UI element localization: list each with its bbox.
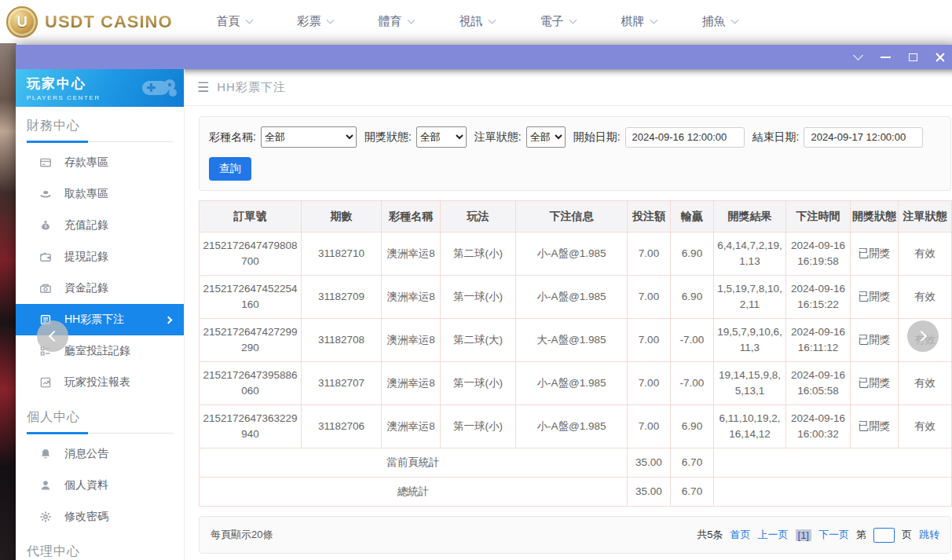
nav-item-cards[interactable]: 棋牌 xyxy=(621,14,657,29)
table-cell: 19,5,7,9,10,6,11,3 xyxy=(714,319,786,362)
nav-item-label: 首頁 xyxy=(217,14,240,29)
sidebar-item-deposit-zone[interactable]: 存款專區 xyxy=(16,147,184,178)
sidebar-item-change-password[interactable]: 修改密碼 xyxy=(16,501,184,533)
table-cell: 7.00 xyxy=(628,319,671,362)
nav-item-label: 電子 xyxy=(540,14,564,29)
nav-item-label: 彩票 xyxy=(298,14,321,29)
nav-item-sports[interactable]: 體育 xyxy=(379,14,414,29)
nav-item-lottery[interactable]: 彩票 xyxy=(298,14,333,29)
table-cell: 2024-09-16 16:11:12 xyxy=(786,319,851,362)
table-cell: 小-A盤@1.985 xyxy=(516,232,628,276)
table-cell: 有效 xyxy=(899,405,952,448)
query-button[interactable]: 查詢 xyxy=(209,157,251,181)
start-date-input[interactable] xyxy=(625,127,745,148)
usdt-coin-icon: U xyxy=(6,6,38,38)
table-cell: 1,5,19,7,8,10,2,11 xyxy=(714,276,786,319)
sidebar-item-label: 取款專區 xyxy=(64,187,108,201)
section-underline xyxy=(27,433,173,434)
table-cell: 澳洲幸运8 xyxy=(382,362,441,405)
sidebar-section-finance-center: 財務中心 xyxy=(16,107,184,147)
window-minimize-icon[interactable] xyxy=(879,51,892,64)
next-page-link[interactable]: 下一页 xyxy=(818,528,849,542)
table-header-row: 訂單號期數彩種名稱玩法下注信息投注額輸贏開獎結果下注時間開獎狀態注單狀態 xyxy=(200,201,952,232)
carousel-next-button[interactable] xyxy=(907,320,939,352)
nav-item-label: 視訊 xyxy=(460,14,483,29)
table-cell: 31182709 xyxy=(302,276,382,319)
end-date-input[interactable] xyxy=(804,127,923,148)
sidebar-item-label: 充值記錄 xyxy=(64,218,108,232)
table-cell: 已開獎 xyxy=(851,405,899,448)
sidebar-section-agent-center: 代理中心 xyxy=(16,533,184,560)
sidebar: 玩家中心 PLAYERS CENTER 財務中心存款專區取款專區$充值記錄提現記… xyxy=(16,69,184,560)
sidebar-item-label: 提現記錄 xyxy=(64,250,108,264)
carousel-prev-button[interactable] xyxy=(37,320,68,352)
page-size-text: 每頁顯示20條 xyxy=(211,528,273,542)
sidebar-item-label: 廳室投註記錄 xyxy=(64,344,130,358)
table-cell: 31182710 xyxy=(302,232,382,276)
table-cell: 有效 xyxy=(899,232,952,276)
table-cell: 有效 xyxy=(899,362,952,405)
sidebar-item-funds-records[interactable]: 資金記錄 xyxy=(16,273,184,304)
sidebar-item-label: 資金記錄 xyxy=(64,281,108,295)
jump-button[interactable]: 跳转 xyxy=(919,528,939,542)
table-header-cell: 下注信息 xyxy=(516,201,628,232)
site-logo[interactable]: U USDT CASINO xyxy=(6,6,173,38)
sidebar-item-player-bet-report[interactable]: 玩家投注報表 xyxy=(16,367,184,398)
order-status-filter-label: 注單狀態: xyxy=(474,130,522,145)
table-header-cell: 開獎狀態 xyxy=(851,201,899,232)
nav-item-label: 捕魚 xyxy=(702,14,726,29)
table-cell: 大-A盤@1.985 xyxy=(516,319,628,362)
table-header-cell: 期數 xyxy=(302,201,382,232)
draw-status-select[interactable]: 全部 xyxy=(416,126,467,148)
summary-label: 總統計 xyxy=(200,478,628,507)
summary-win-total: 6.70 xyxy=(671,478,714,507)
menu-toggle-icon[interactable]: ☰ xyxy=(197,79,209,96)
gear-icon xyxy=(39,511,52,523)
table-cell: 已開獎 xyxy=(851,362,899,405)
player-center-window: 玩家中心 PLAYERS CENTER 財務中心存款專區取款專區$充值記錄提現記… xyxy=(16,45,952,560)
summary-row: 當前頁統計35.006.70 xyxy=(200,448,952,478)
page-jump-input[interactable] xyxy=(873,528,895,543)
table-header-cell: 玩法 xyxy=(441,201,516,232)
site-logo-text: USDT CASINO xyxy=(45,12,173,32)
table-cell: 2024-09-16 16:15:22 xyxy=(786,276,851,319)
sidebar-section-label: 代理中心 xyxy=(27,544,173,560)
table-cell: 有效 xyxy=(899,276,952,319)
table-cell: 2024-09-16 16:19:58 xyxy=(786,232,851,276)
sidebar-item-withdraw-records[interactable]: 提現記錄 xyxy=(16,241,184,273)
bets-table: 訂單號期數彩種名稱玩法下注信息投注額輸贏開獎結果下注時間開獎狀態注單狀態 215… xyxy=(199,200,952,507)
nav-item-home[interactable]: 首頁 xyxy=(217,14,252,29)
start-date-label: 開始日期: xyxy=(573,130,621,145)
table-cell: 31182707 xyxy=(302,362,382,405)
table-cell: 19,14,15,9,8,5,13,1 xyxy=(714,362,786,405)
sidebar-item-label: HH彩票下注 xyxy=(64,313,124,327)
table-cell: 已開獎 xyxy=(851,319,899,362)
window-close-icon[interactable] xyxy=(934,51,947,64)
prev-page-link[interactable]: 上一页 xyxy=(758,528,789,542)
sidebar-item-profile[interactable]: 個人資料 xyxy=(16,470,184,501)
nav-item-label: 體育 xyxy=(379,14,402,29)
sidebar-item-recharge-records[interactable]: $充值記錄 xyxy=(16,210,184,241)
chevron-down-icon xyxy=(245,16,253,24)
nav-item-live[interactable]: 視訊 xyxy=(460,14,495,29)
table-cell: 澳洲幸运8 xyxy=(382,232,441,276)
sidebar-item-announcements[interactable]: 消息公告 xyxy=(16,438,184,470)
chevron-down-icon xyxy=(569,16,577,24)
window-collapse-icon[interactable] xyxy=(851,51,864,64)
sidebar-item-withdraw-zone[interactable]: 取款專區 xyxy=(16,178,184,210)
first-page-link[interactable]: 首页 xyxy=(730,528,751,542)
nav-item-slots[interactable]: 電子 xyxy=(540,14,576,29)
table-cell: 2152172647427299290 xyxy=(200,319,302,362)
window-maximize-icon[interactable] xyxy=(906,51,919,64)
summary-bet-total: 35.00 xyxy=(628,478,671,507)
lottery-select[interactable]: 全部 xyxy=(261,126,357,148)
nav-item-label: 棋牌 xyxy=(621,14,645,29)
current-page-badge: [1] xyxy=(796,529,811,541)
order-status-select[interactable]: 全部 xyxy=(526,126,566,148)
withdraw-hand-icon xyxy=(39,188,52,200)
table-cell: 6.90 xyxy=(671,276,714,319)
table-cell: 第一球(小) xyxy=(441,362,516,405)
nav-item-fishing[interactable]: 捕魚 xyxy=(702,14,738,29)
wallet-icon xyxy=(39,251,52,263)
table-row: 215217264745225416031182709澳洲幸运8第一球(小)小-… xyxy=(200,276,952,319)
